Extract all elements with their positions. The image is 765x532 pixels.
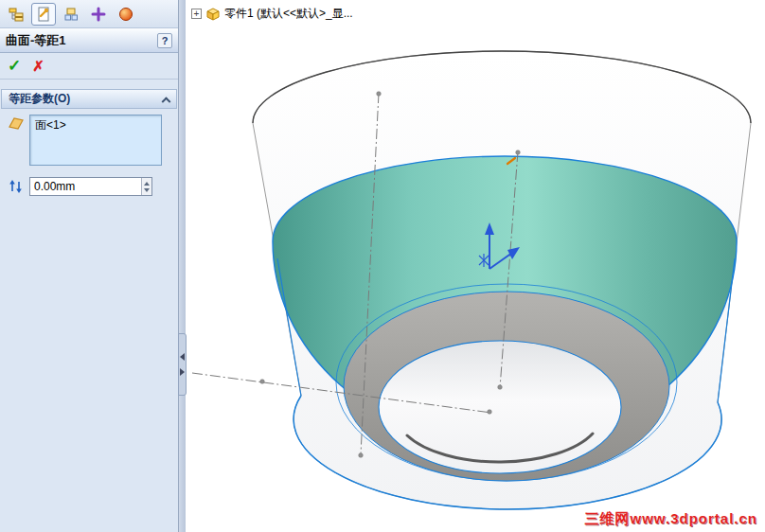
panel-splitter[interactable] xyxy=(179,0,186,532)
property-manager-titlebar: 曲面-等距1 ? xyxy=(0,28,178,53)
dimxpertmanager-tab-icon xyxy=(91,7,106,22)
vertex-point[interactable] xyxy=(498,385,503,390)
property-manager-panel: 曲面-等距1 ? ✓ ✗ 等距参数(O) xyxy=(0,0,179,532)
tree-item-label[interactable]: 零件1 (默认<<默认>_显... xyxy=(224,6,353,22)
watermark-text: 三维网www.3dportal.cn xyxy=(585,510,757,528)
displaymanager-tab-icon xyxy=(118,7,133,22)
ok-button[interactable]: ✓ xyxy=(8,58,21,74)
spinner-up-icon[interactable] xyxy=(144,182,150,186)
pm-action-bar: ✓ ✗ xyxy=(0,53,178,80)
panel-collapse-handle[interactable] xyxy=(178,333,187,396)
hole-face[interactable] xyxy=(379,341,621,473)
part-icon xyxy=(205,7,221,22)
flip-direction-icon[interactable] xyxy=(8,178,25,195)
displaymanager-tab[interactable] xyxy=(114,3,138,26)
vertex-point[interactable] xyxy=(377,92,382,97)
group-header-offset-parameters[interactable]: 等距参数(O) xyxy=(1,89,177,109)
offset-distance-field xyxy=(29,177,152,196)
configurationmanager-tab[interactable] xyxy=(59,3,83,26)
collapse-right-icon xyxy=(180,368,185,376)
vertex-point[interactable] xyxy=(359,453,364,458)
collapse-chevron-icon xyxy=(162,97,171,106)
propertymanager-tab[interactable] xyxy=(31,3,56,26)
offset-distance-input[interactable] xyxy=(30,178,141,195)
vertex-point[interactable] xyxy=(488,410,492,415)
app-window: + 零件1 (默认<<默认>_显... 三维网www.3dportal.cn xyxy=(0,0,765,532)
configurationmanager-tab-icon xyxy=(63,7,79,22)
help-button[interactable]: ? xyxy=(157,33,172,48)
featuremanager-tab-icon xyxy=(9,7,24,22)
cancel-button[interactable]: ✗ xyxy=(32,59,44,73)
spinner-down-icon[interactable] xyxy=(144,188,150,192)
distance-spinner[interactable] xyxy=(141,178,151,195)
face-selection-listbox[interactable]: 面<1> xyxy=(29,115,162,166)
selection-item[interactable]: 面<1> xyxy=(35,118,66,132)
dimxpertmanager-tab[interactable] xyxy=(86,3,111,26)
featuremanager-tab[interactable] xyxy=(4,3,28,26)
propertymanager-tab-icon xyxy=(36,7,51,22)
face-select-icon xyxy=(8,115,25,132)
manager-tab-bar xyxy=(0,0,178,28)
page-title: 曲面-等距1 xyxy=(6,32,66,49)
vertex-point[interactable] xyxy=(260,380,265,384)
vertex-point[interactable] xyxy=(516,151,521,155)
offset-parameters-group: 等距参数(O) 面<1> xyxy=(1,89,177,207)
collapse-left-icon xyxy=(180,353,185,361)
group-body: 面<1> xyxy=(1,109,177,207)
feature-tree-flyout: + 零件1 (默认<<默认>_显... xyxy=(191,6,353,22)
tree-expand-icon[interactable]: + xyxy=(191,9,202,19)
group-header-label: 等距参数(O) xyxy=(9,91,70,107)
